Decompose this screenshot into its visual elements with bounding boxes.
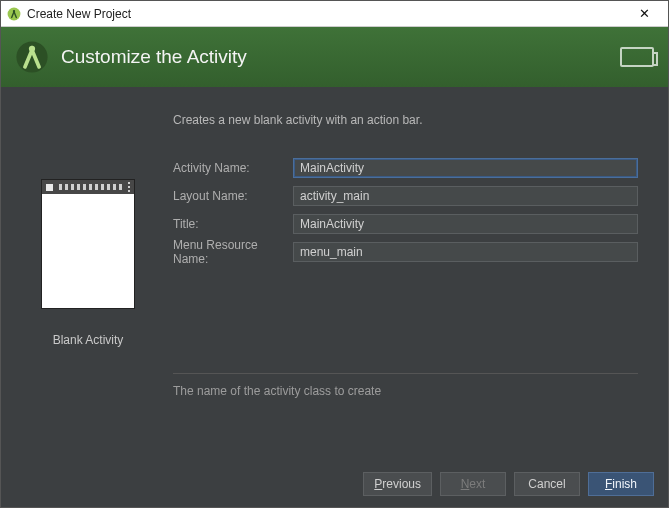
label-title: Title: [173, 217, 293, 231]
wizard-footer: Previous Next Cancel Finish [1, 461, 668, 507]
input-menu-resource[interactable] [293, 242, 638, 262]
form-description: Creates a new blank activity with an act… [173, 113, 638, 127]
svg-point-0 [8, 7, 21, 20]
input-title[interactable] [293, 214, 638, 234]
label-layout-name: Layout Name: [173, 189, 293, 203]
wizard-header: Customize the Activity [1, 27, 668, 87]
titlebar: Create New Project ✕ [1, 1, 668, 27]
input-layout-name[interactable] [293, 186, 638, 206]
svg-point-3 [29, 46, 35, 52]
svg-point-1 [13, 9, 15, 11]
input-activity-name[interactable] [293, 158, 638, 178]
separator [173, 373, 638, 374]
preview-statusbar [42, 180, 134, 194]
wizard-heading: Customize the Activity [61, 46, 247, 68]
wizard-body: Blank Activity Creates a new blank activ… [1, 87, 668, 461]
row-menu-resource: Menu Resource Name: [173, 241, 638, 263]
row-activity-name: Activity Name: [173, 157, 638, 179]
cancel-button[interactable]: Cancel [514, 472, 580, 496]
form: Activity Name: Layout Name: Title: Menu … [173, 157, 638, 263]
label-menu-resource: Menu Resource Name: [173, 238, 293, 266]
android-studio-logo-icon [15, 40, 49, 74]
next-button[interactable]: Next [440, 472, 506, 496]
next-label-rest: ext [469, 477, 485, 491]
label-activity-name: Activity Name: [173, 161, 293, 175]
preview-caption: Blank Activity [53, 333, 124, 347]
preview-pane: Blank Activity [13, 107, 163, 461]
close-button[interactable]: ✕ [626, 6, 662, 21]
device-icon [620, 47, 654, 67]
preview-screen [42, 194, 134, 308]
row-layout-name: Layout Name: [173, 185, 638, 207]
activity-preview [41, 179, 135, 309]
finish-button[interactable]: Finish [588, 472, 654, 496]
dialog-window: Create New Project ✕ Customize the Activ… [0, 0, 669, 508]
previous-label-rest: revious [382, 477, 421, 491]
previous-button[interactable]: Previous [363, 472, 432, 496]
finish-label-rest: inish [612, 477, 637, 491]
window-title: Create New Project [27, 7, 626, 21]
field-hint: The name of the activity class to create [173, 384, 638, 398]
android-studio-icon [7, 7, 21, 21]
row-title: Title: [173, 213, 638, 235]
form-pane: Creates a new blank activity with an act… [163, 107, 656, 461]
